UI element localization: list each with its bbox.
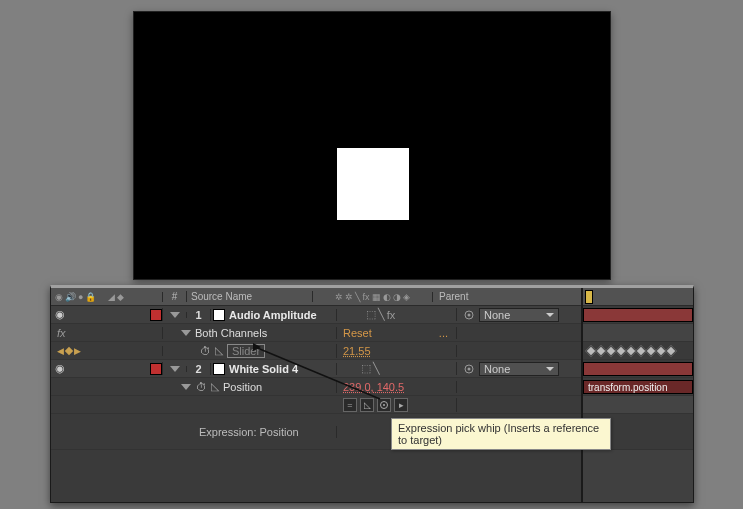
next-key-icon[interactable]: ▶ xyxy=(74,346,81,356)
shy-icon: ◢ xyxy=(108,292,115,302)
layer-index: 1 xyxy=(195,309,201,321)
twirl-open-icon[interactable] xyxy=(170,366,180,372)
parent-value: None xyxy=(484,309,510,321)
timeline-panel: ◉ 🔊 ● 🔒 ◢ ◆ # Source Name ✲ ✲ ╲ fx ▦ ◐ ◑… xyxy=(50,285,694,503)
parent-dropdown[interactable]: None xyxy=(479,308,559,322)
column-parent[interactable]: Parent xyxy=(439,291,468,302)
twirl-open-icon[interactable] xyxy=(170,312,180,318)
svg-point-3 xyxy=(468,367,471,370)
expression-graph-button[interactable]: ◺ xyxy=(360,398,374,412)
layer-type-swatch xyxy=(213,363,225,375)
chevron-down-icon xyxy=(546,313,554,317)
label-icon: ◆ xyxy=(117,292,124,302)
effect-options[interactable]: ... xyxy=(439,327,448,339)
expression-enable-button[interactable]: = xyxy=(343,398,357,412)
switch-shy-icon: ✲ xyxy=(335,292,343,302)
twirl-open-icon[interactable] xyxy=(181,384,191,390)
time-ruler[interactable] xyxy=(583,288,693,306)
stopwatch-icon[interactable]: ⏱ xyxy=(195,381,207,393)
white-solid-preview xyxy=(337,148,409,220)
layer-index: 2 xyxy=(195,363,201,375)
label-color[interactable] xyxy=(150,363,162,375)
timeline-tracks[interactable]: transform.position xyxy=(581,288,693,502)
expression-language-menu-button[interactable]: ▸ xyxy=(394,398,408,412)
slider-value[interactable]: 21.55 xyxy=(343,345,371,357)
switch-fx-icon: fx xyxy=(362,292,369,302)
eye-icon: ◉ xyxy=(55,292,63,302)
comp-viewer[interactable] xyxy=(133,11,611,280)
keyframe-track[interactable] xyxy=(583,342,693,360)
chevron-down-icon xyxy=(546,367,554,371)
expression-text-field[interactable]: transform.position xyxy=(583,380,693,394)
parent-pickwhip-icon[interactable] xyxy=(463,309,475,321)
stopwatch-icon[interactable]: ⏱ xyxy=(199,345,211,357)
parent-value: None xyxy=(484,363,510,375)
switch-quality[interactable]: ╲ xyxy=(378,308,385,321)
switch-shy[interactable]: ⬚ xyxy=(361,362,371,375)
column-source-name[interactable]: Source Name xyxy=(191,291,252,302)
fx-badge: fx xyxy=(57,327,66,339)
column-number-header: # xyxy=(172,291,178,302)
expression-label: Expression: Position xyxy=(199,426,299,438)
layer-name: White Solid 4 xyxy=(229,363,298,375)
visibility-toggle[interactable]: ◉ xyxy=(55,308,65,321)
switch-3d-icon: ◈ xyxy=(403,292,410,302)
layer-bar[interactable] xyxy=(583,362,693,376)
position-value[interactable]: 239.0, 140.5 xyxy=(343,381,404,393)
switch-adjustment-icon: ◑ xyxy=(393,292,401,302)
layer-name: Audio Amplitude xyxy=(229,309,317,321)
layer-type-swatch xyxy=(213,309,225,321)
switch-frame-blend-icon: ▦ xyxy=(372,292,381,302)
label-color[interactable] xyxy=(150,309,162,321)
switch-quality-icon: ╲ xyxy=(355,292,360,302)
keyframe-icon[interactable] xyxy=(665,345,676,356)
keyframe-diamond-icon[interactable] xyxy=(65,346,73,354)
graph-icon[interactable]: ◺ xyxy=(215,344,223,357)
position-property: Position xyxy=(223,381,262,393)
svg-point-5 xyxy=(383,404,385,406)
graph-icon[interactable]: ◺ xyxy=(211,380,219,393)
switch-shy[interactable]: ⬚ xyxy=(366,308,376,321)
effect-name: Both Channels xyxy=(195,327,267,339)
slider-property-selected[interactable]: Slider xyxy=(227,344,265,358)
tooltip: Expression pick whip (Inserts a referenc… xyxy=(391,418,611,450)
parent-pickwhip-icon[interactable] xyxy=(463,363,475,375)
switch-fx[interactable]: fx xyxy=(387,309,396,321)
visibility-toggle[interactable]: ◉ xyxy=(55,362,65,375)
prev-key-icon[interactable]: ◀ xyxy=(57,346,64,356)
svg-point-1 xyxy=(468,313,471,316)
reset-link[interactable]: Reset xyxy=(343,327,372,339)
speaker-icon: 🔊 xyxy=(65,292,76,302)
twirl-open-icon[interactable] xyxy=(181,330,191,336)
lock-icon: 🔒 xyxy=(85,292,96,302)
switch-collapse-icon: ✲ xyxy=(345,292,353,302)
expression-pickwhip-button[interactable] xyxy=(377,398,391,412)
current-time-indicator[interactable] xyxy=(585,290,593,304)
switch-motion-blur-icon: ◐ xyxy=(383,292,391,302)
parent-dropdown[interactable]: None xyxy=(479,362,559,376)
solo-icon: ● xyxy=(78,292,83,302)
layer-bar[interactable] xyxy=(583,308,693,322)
switch-quality[interactable]: ╲ xyxy=(373,362,380,375)
